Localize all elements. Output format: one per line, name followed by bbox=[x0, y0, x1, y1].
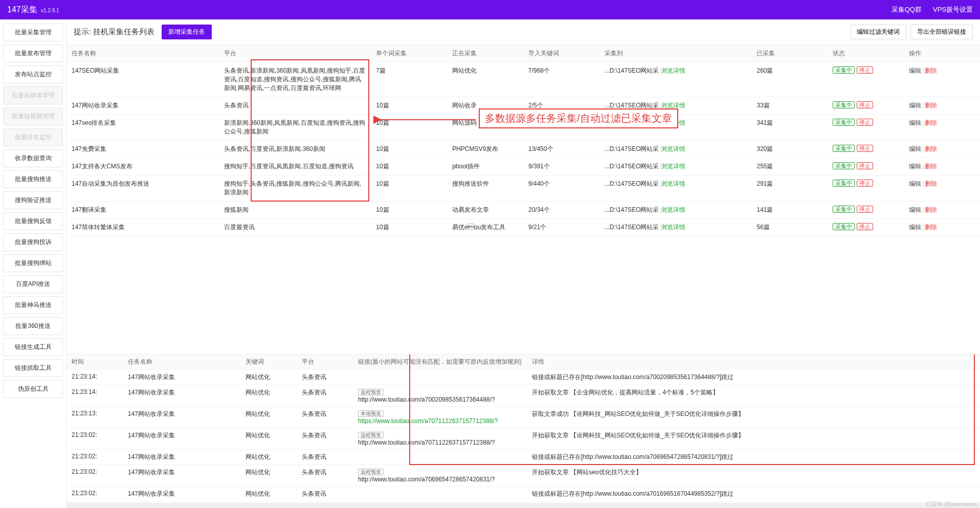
sidebar-item-0[interactable]: 批量采集管理 bbox=[3, 24, 63, 41]
delete-link[interactable]: 删除 bbox=[925, 224, 937, 231]
sidebar-item-8[interactable]: 搜狗验证推送 bbox=[3, 191, 63, 209]
cell-log-link: 远程预览http://www.toutiao.com/a700209853561… bbox=[353, 385, 527, 407]
toplink-qq[interactable]: 采集QQ群 bbox=[892, 5, 922, 14]
cell-single: 10篇 bbox=[371, 202, 447, 219]
edit-link[interactable]: 编辑 bbox=[909, 102, 921, 109]
sidebar-item-17[interactable]: 伪原创工具 bbox=[3, 380, 63, 398]
sidebar-item-1[interactable]: 批量发布管理 bbox=[3, 45, 63, 62]
cell-status: 采集中 停止 bbox=[828, 97, 904, 115]
status-badge: 采集中 bbox=[833, 223, 855, 230]
cell-single: 10篇 bbox=[371, 175, 447, 202]
cell-status: 采集中 停止 bbox=[828, 175, 904, 202]
new-task-button[interactable]: 新增采集任务 bbox=[162, 25, 212, 39]
log-row: 21:23:02:147网站收录采集网站优化头条资讯链接或标题已存在[http:… bbox=[66, 487, 980, 502]
sidebar-item-12[interactable]: 百度API推送 bbox=[3, 275, 63, 293]
log-url[interactable]: http://www.toutiao.com/a7071122637157712… bbox=[358, 439, 495, 446]
th-log-keyword: 关键词 bbox=[240, 355, 297, 370]
log-table: 时间 任务名称 关键词 平台 链接(最小的网站可能没有匹配，如需要可群内反馈增加… bbox=[66, 355, 980, 502]
cell-log-keyword: 网站优化 bbox=[240, 487, 297, 502]
sidebar-item-15[interactable]: 链接生成工具 bbox=[3, 338, 63, 356]
cell-log-keyword: 网站优化 bbox=[240, 450, 297, 465]
delete-link[interactable]: 删除 bbox=[925, 145, 937, 152]
cell-collected: 291篇 bbox=[751, 175, 828, 202]
toplink-vps[interactable]: VPS拨号设置 bbox=[933, 5, 973, 14]
cell-collect-to: ...D:\147SEO网站采 浏览详情 bbox=[599, 202, 752, 219]
view-detail-link[interactable]: 浏览详情 bbox=[661, 102, 685, 109]
view-detail-link[interactable]: 浏览详情 bbox=[661, 67, 685, 74]
edit-link[interactable]: 编辑 bbox=[909, 206, 921, 213]
log-row: 21:23:02:147网站收录采集网站优化头条资讯链接或标题已存在[http:… bbox=[66, 450, 980, 465]
th-task-name: 任务名称 bbox=[66, 45, 219, 62]
edit-link[interactable]: 编辑 bbox=[909, 163, 921, 170]
stop-button[interactable]: 停止 bbox=[857, 119, 873, 126]
delete-link[interactable]: 删除 bbox=[925, 119, 937, 126]
log-row: 21:23:13:147网站收录采集网站优化头条资讯本地预览https://ww… bbox=[66, 407, 980, 428]
preview-tag[interactable]: 远程预览 bbox=[358, 469, 384, 475]
cell-collecting: 网站收录 bbox=[447, 97, 523, 115]
cell-log-time: 21:23:14: bbox=[66, 385, 123, 407]
log-row: 21:23:02:147网站收录采集网站优化头条资讯远程预览http://www… bbox=[66, 465, 980, 487]
log-url[interactable]: https://www.toutiao.com/a707112263715771… bbox=[358, 417, 498, 425]
edit-link[interactable]: 编辑 bbox=[909, 67, 921, 74]
sidebar-item-9[interactable]: 批量搜狗反馈 bbox=[3, 212, 63, 230]
task-row: 147网站收录采集头条资讯10篇网站收录2/5个...D:\147SEO网站采 … bbox=[66, 97, 980, 115]
log-horizontal-scrollbar[interactable] bbox=[66, 503, 980, 508]
view-detail-link[interactable]: 浏览详情 bbox=[661, 163, 685, 170]
delete-link[interactable]: 删除 bbox=[925, 163, 937, 170]
sidebar-item-16[interactable]: 链接抓取工具 bbox=[3, 359, 63, 377]
cell-collecting: pboot插件 bbox=[447, 158, 523, 175]
edit-link[interactable]: 编辑 bbox=[909, 145, 921, 152]
preview-tag[interactable]: 本地预览 bbox=[358, 410, 384, 417]
cell-log-link: 远程预览http://www.toutiao.com/a707112263715… bbox=[353, 428, 527, 450]
delete-link[interactable]: 删除 bbox=[925, 102, 937, 109]
cell-platform: 头条资讯 bbox=[219, 97, 371, 115]
task-row: 147翻译采集搜狐新闻10篇动易发布文章20/34个...D:\147SEO网站… bbox=[66, 202, 980, 219]
cell-platform: 搜狐新闻 bbox=[219, 202, 371, 219]
delete-link[interactable]: 删除 bbox=[925, 180, 937, 187]
sidebar-item-10[interactable]: 批量搜狗投诉 bbox=[3, 233, 63, 251]
stop-button[interactable]: 停止 bbox=[857, 145, 873, 152]
edit-link[interactable]: 编辑 bbox=[909, 224, 921, 231]
view-detail-link[interactable]: 浏览详情 bbox=[661, 145, 685, 152]
edit-link[interactable]: 编辑 bbox=[909, 119, 921, 126]
cell-task-name: 147免费采集 bbox=[66, 141, 219, 158]
sidebar-item-13[interactable]: 批量神马推送 bbox=[3, 296, 63, 314]
status-badge: 采集中 bbox=[833, 145, 855, 152]
cell-log-time: 21:23:02: bbox=[66, 487, 123, 502]
sidebar-item-7[interactable]: 批量搜狗推送 bbox=[3, 170, 63, 188]
cell-log-platform: 头条资讯 bbox=[297, 465, 353, 487]
view-detail-link[interactable]: 浏览详情 bbox=[661, 119, 685, 126]
sidebar-item-2[interactable]: 发布站点监控 bbox=[3, 65, 63, 83]
preview-tag[interactable]: 远程预览 bbox=[358, 389, 384, 395]
cell-collect-to: ...D:\147SEO网站采 浏览详情 bbox=[599, 175, 752, 202]
view-detail-link[interactable]: 浏览详情 bbox=[661, 180, 685, 187]
view-detail-link[interactable]: 浏览详情 bbox=[661, 206, 685, 213]
delete-link[interactable]: 删除 bbox=[925, 206, 937, 213]
stop-button[interactable]: 停止 bbox=[857, 180, 873, 187]
export-errorlinks-button[interactable]: 导出全部错误链接 bbox=[910, 25, 973, 39]
log-url[interactable]: http://www.toutiao.com/a7002098535617364… bbox=[358, 396, 495, 403]
edit-link[interactable]: 编辑 bbox=[909, 180, 921, 187]
cell-platform: 头条资讯,新浪新闻,360新闻,凤凰新闻,搜狗知乎,百度资讯,百度知道,搜狗资讯… bbox=[219, 62, 371, 97]
cell-log-time: 21:23:13: bbox=[66, 407, 123, 428]
sidebar-item-14[interactable]: 批量360推送 bbox=[3, 317, 63, 335]
stop-button[interactable]: 停止 bbox=[857, 162, 873, 169]
cell-log-task: 147网站收录采集 bbox=[123, 487, 240, 502]
log-url[interactable]: http://www.toutiao.com/a7069654728657420… bbox=[358, 476, 495, 483]
stop-button[interactable]: 停止 bbox=[857, 101, 873, 108]
cell-collecting: PHPCMSV9发布 bbox=[447, 141, 523, 158]
delete-link[interactable]: 删除 bbox=[925, 67, 937, 74]
cell-collected: 33篇 bbox=[751, 97, 828, 115]
sidebar-item-11[interactable]: 批量搜狗绑站 bbox=[3, 254, 63, 272]
stop-button[interactable]: 停止 bbox=[857, 206, 873, 213]
stop-button[interactable]: 停止 bbox=[857, 67, 873, 74]
cell-platform: 搜狗知乎,百度资讯,凤凰新闻,百度知道,搜狗资讯 bbox=[219, 158, 371, 175]
sidebar-item-6[interactable]: 收录数据查询 bbox=[3, 149, 63, 167]
filter-keywords-button[interactable]: 编辑过滤关键词 bbox=[850, 25, 906, 39]
preview-tag[interactable]: 远程预览 bbox=[358, 432, 384, 438]
cell-log-platform: 头条资讯 bbox=[297, 407, 353, 428]
view-detail-link[interactable]: 浏览详情 bbox=[661, 224, 685, 231]
cell-log-time: 21:23:02: bbox=[66, 428, 123, 450]
stop-button[interactable]: 停止 bbox=[857, 223, 873, 230]
sidebar-item-4: 批量短视频管理 bbox=[3, 107, 63, 125]
